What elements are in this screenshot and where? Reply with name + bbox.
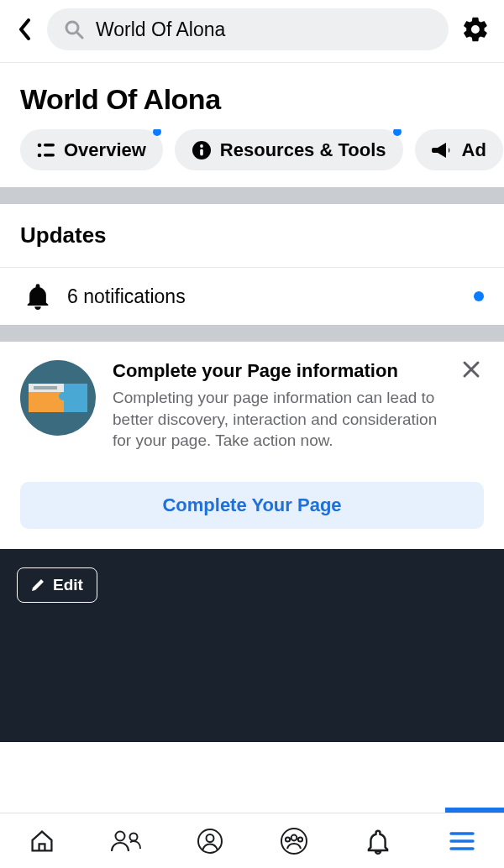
nav-groups[interactable] bbox=[252, 813, 336, 868]
back-button[interactable] bbox=[13, 18, 35, 40]
card-description: Completing your page information can lea… bbox=[113, 387, 445, 452]
nav-menu[interactable] bbox=[420, 813, 504, 868]
svg-line-1 bbox=[77, 33, 82, 38]
nav-home[interactable] bbox=[0, 813, 84, 868]
svg-rect-8 bbox=[200, 149, 203, 155]
dismiss-button[interactable] bbox=[462, 360, 484, 382]
close-icon bbox=[462, 360, 480, 379]
chevron-left-icon bbox=[18, 18, 31, 40]
bottom-nav bbox=[0, 813, 504, 868]
card-title: Complete your Page information bbox=[113, 360, 445, 382]
notifications-label: 6 notifications bbox=[67, 285, 457, 308]
edit-label: Edit bbox=[53, 576, 83, 594]
complete-page-button[interactable]: Complete Your Page bbox=[20, 482, 484, 529]
nav-notifications[interactable] bbox=[336, 813, 420, 868]
tab-label: Resources & Tools bbox=[220, 139, 386, 161]
unread-dot bbox=[474, 291, 484, 301]
list-icon bbox=[37, 143, 55, 158]
search-field[interactable]: World Of Alona bbox=[47, 8, 449, 50]
profile-icon bbox=[197, 828, 223, 855]
bell-outline-icon bbox=[365, 828, 391, 855]
tab-ad[interactable]: Ad bbox=[415, 129, 503, 170]
home-icon bbox=[29, 828, 55, 855]
search-value: World Of Alona bbox=[96, 18, 225, 41]
badge-dot bbox=[393, 129, 402, 136]
bell-icon bbox=[25, 283, 50, 310]
svg-point-0 bbox=[66, 22, 78, 34]
groups-icon bbox=[280, 827, 308, 855]
tab-bar: Overview Resources & Tools Ad bbox=[0, 129, 504, 187]
cta-label: Complete Your Page bbox=[162, 494, 341, 516]
bullhorn-icon bbox=[432, 141, 454, 159]
tab-label: Ad bbox=[462, 139, 486, 161]
edit-cover-button[interactable]: Edit bbox=[17, 567, 97, 603]
updates-header: Updates bbox=[0, 204, 504, 267]
tab-label: Overview bbox=[64, 139, 146, 161]
svg-point-4 bbox=[38, 153, 42, 157]
svg-point-14 bbox=[291, 834, 297, 840]
svg-point-9 bbox=[116, 831, 125, 840]
tab-overview[interactable]: Overview bbox=[20, 129, 163, 170]
pencil-icon bbox=[31, 578, 45, 592]
header-bar: World Of Alona bbox=[0, 0, 504, 63]
menu-icon bbox=[449, 832, 475, 850]
svg-point-10 bbox=[130, 833, 138, 840]
settings-button[interactable] bbox=[460, 15, 491, 44]
nav-profile[interactable] bbox=[168, 813, 252, 868]
svg-point-12 bbox=[207, 834, 214, 842]
search-icon bbox=[64, 19, 84, 39]
friends-icon bbox=[109, 829, 143, 854]
svg-rect-3 bbox=[44, 144, 55, 147]
tab-resources-tools[interactable]: Resources & Tools bbox=[175, 129, 403, 170]
svg-point-15 bbox=[286, 837, 290, 841]
svg-point-16 bbox=[298, 837, 302, 841]
svg-rect-5 bbox=[44, 154, 55, 157]
page-title-wrapper: World Of Alona bbox=[0, 63, 504, 129]
notifications-row[interactable]: 6 notifications bbox=[0, 267, 504, 325]
puzzle-icon bbox=[20, 360, 96, 436]
svg-point-7 bbox=[200, 144, 203, 148]
badge-dot bbox=[153, 129, 161, 136]
page-title: World Of Alona bbox=[20, 83, 484, 116]
complete-page-card: Complete your Page information Completin… bbox=[0, 342, 504, 470]
section-divider bbox=[0, 187, 504, 204]
nav-friends[interactable] bbox=[84, 813, 168, 868]
svg-point-2 bbox=[38, 143, 42, 147]
section-divider bbox=[0, 325, 504, 342]
info-icon bbox=[192, 140, 212, 160]
cover-photo-area: Edit bbox=[0, 549, 504, 742]
gear-icon bbox=[461, 15, 490, 44]
updates-heading: Updates bbox=[20, 222, 484, 248]
